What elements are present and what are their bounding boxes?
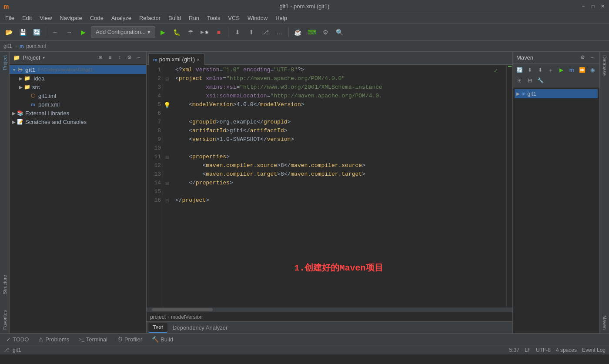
tree-git1-iml[interactable]: ▶ ⬡ git1.iml: [10, 91, 146, 100]
maven-download-sources-button[interactable]: ⬇: [535, 65, 545, 75]
locate-file-button[interactable]: ⊕: [97, 53, 104, 61]
git-update-button[interactable]: ⬇: [231, 26, 244, 38]
maven-vert-tab[interactable]: Maven: [601, 312, 608, 333]
save-button[interactable]: 💾: [17, 26, 29, 38]
pom-xml-breadcrumb[interactable]: m pom.xml: [20, 43, 46, 49]
h-scroll-thumb[interactable]: [152, 308, 213, 311]
status-right: 5:37 LF UTF-8 4 spaces Event Log: [509, 347, 606, 353]
maven-refresh-button[interactable]: 🔄: [515, 65, 524, 75]
menu-vcs[interactable]: VCS: [224, 14, 243, 22]
menu-refactor[interactable]: Refactor: [136, 14, 164, 22]
tree-idea-folder[interactable]: ▶ 📁 .idea: [10, 74, 146, 83]
terminal-icon: >_: [79, 337, 84, 342]
coverage-button[interactable]: ☂: [185, 26, 197, 38]
tab-dependency-analyzer[interactable]: Dependency Analyzer: [168, 323, 232, 332]
cursor-position[interactable]: 5:37: [509, 347, 519, 353]
maven-download-button[interactable]: ⬇: [525, 65, 535, 75]
git-indicator[interactable]: git1: [13, 347, 21, 353]
back-button[interactable]: ←: [49, 26, 61, 38]
menu-build[interactable]: Build: [165, 14, 184, 22]
menu-analyze[interactable]: Analyze: [108, 14, 135, 22]
git-more-button[interactable]: …: [273, 26, 285, 38]
close-panel-button[interactable]: −: [135, 53, 143, 61]
pom-xml-tab[interactable]: m pom.xml (git1) ×: [148, 53, 204, 65]
code-content[interactable]: <?xml version="1.0" encoding="UTF-8"?> ✓…: [171, 65, 506, 307]
maven-lifecycle-button[interactable]: ◉: [588, 65, 597, 75]
event-log[interactable]: Event Log: [582, 347, 606, 353]
add-configuration-button[interactable]: Add Configuration... ▾: [91, 26, 155, 38]
tab-close-button[interactable]: ×: [197, 57, 199, 62]
fold-properties-icon[interactable]: ⊟: [165, 155, 169, 160]
git-button[interactable]: ⎇: [259, 26, 271, 38]
run-button[interactable]: ▶: [157, 26, 169, 38]
maven-skip-button[interactable]: ⏩: [577, 65, 587, 75]
menu-tools[interactable]: Tools: [204, 14, 224, 22]
run-config-button[interactable]: ▶: [77, 26, 89, 38]
breadcrumb-project[interactable]: project: [150, 314, 166, 320]
maven-m-button[interactable]: m: [567, 65, 576, 75]
horizontal-scrollbar[interactable]: [147, 307, 512, 312]
menu-navigate[interactable]: Navigate: [56, 14, 85, 22]
menu-file[interactable]: File: [2, 14, 18, 22]
profiler-tab[interactable]: ⏱ Profiler: [113, 335, 147, 344]
menu-window[interactable]: Window: [244, 14, 271, 22]
favorites-sidebar-tab[interactable]: Favorites: [1, 307, 8, 333]
indent-size[interactable]: 4 spaces: [556, 347, 577, 353]
profile-button[interactable]: ▶◉: [199, 26, 211, 38]
menu-run[interactable]: Run: [185, 14, 203, 22]
pom-xml-file-icon: m: [30, 101, 37, 108]
code-editor[interactable]: 1 2 3 4 5 6 7 8 9 10 11 12 13 14 15 16: [147, 65, 512, 307]
line-separator[interactable]: LF: [525, 347, 531, 353]
menu-help[interactable]: Help: [272, 14, 291, 22]
stop-button[interactable]: ■: [213, 26, 225, 38]
todo-tab[interactable]: ✓ TODO: [2, 335, 33, 344]
sync-button[interactable]: 🔄: [30, 26, 43, 38]
menu-edit[interactable]: Edit: [19, 14, 35, 22]
collapse-all-button[interactable]: ≡: [106, 53, 114, 61]
minimize-button[interactable]: −: [580, 3, 586, 10]
maven-git1-item[interactable]: ▶ m git1: [515, 89, 598, 98]
lightbulb-icon[interactable]: 💡: [164, 102, 171, 108]
maven-run-button[interactable]: ▶: [556, 65, 566, 75]
panel-settings-button[interactable]: ⚙: [125, 53, 133, 61]
tree-scratches[interactable]: ▶ 📝 Scratches and Consoles: [10, 117, 146, 126]
tree-root-git1[interactable]: ▾ 🗁 git1 F:\Codes\vacation\Git\git1: [10, 65, 146, 74]
tree-pom-xml[interactable]: ▶ m pom.xml: [10, 100, 146, 109]
fold-project-icon[interactable]: ⊟: [165, 77, 169, 81]
menu-view[interactable]: View: [36, 14, 55, 22]
settings-button[interactable]: ⚙: [320, 26, 332, 38]
structure-sidebar-tab[interactable]: Structure: [1, 271, 8, 298]
maven-settings-button[interactable]: ⚙: [579, 53, 586, 61]
git-push-button[interactable]: ⬆: [245, 26, 258, 38]
maven-expand-button[interactable]: ⊟: [525, 76, 535, 85]
breadcrumb-model-version[interactable]: modelVersion: [171, 314, 203, 320]
maven-add-button[interactable]: ＋: [546, 65, 555, 75]
project-dropdown-icon[interactable]: ▾: [43, 55, 45, 60]
sort-button[interactable]: ↕: [116, 53, 124, 61]
build-tab[interactable]: 🔨 Build: [147, 335, 177, 344]
fold-properties-close-icon[interactable]: ⊟: [165, 181, 169, 186]
terminal-tab[interactable]: >_ Terminal: [74, 335, 112, 344]
fold-project-close-icon[interactable]: ⊟: [165, 198, 169, 203]
menu-code[interactable]: Code: [87, 14, 107, 22]
debug-button[interactable]: 🐛: [171, 26, 183, 38]
maximize-button[interactable]: □: [590, 3, 596, 10]
maven-wrench-button[interactable]: 🔧: [535, 76, 545, 85]
encoding[interactable]: UTF-8: [536, 347, 551, 353]
sdk-button[interactable]: ☕: [292, 26, 304, 38]
tab-text[interactable]: Text: [148, 323, 167, 333]
close-button[interactable]: ✕: [599, 3, 606, 10]
tree-src-folder[interactable]: ▶ 📁 src: [10, 83, 146, 91]
maven-minimize-button[interactable]: −: [588, 53, 596, 61]
terminal-button[interactable]: ⌨: [306, 26, 318, 38]
problems-tab[interactable]: ⚠ Problems: [34, 335, 74, 344]
project-sidebar-tab[interactable]: Project: [1, 52, 8, 73]
maven-col-button[interactable]: ⊞: [515, 76, 524, 85]
search-everywhere-button[interactable]: 🔍: [334, 26, 346, 38]
tree-external-libraries[interactable]: ▶ 📚 External Libraries: [10, 109, 146, 117]
status-vcs-icon: ⎇: [3, 347, 9, 353]
git1-tab[interactable]: git1: [3, 43, 12, 49]
open-file-button[interactable]: 📂: [3, 26, 15, 38]
forward-button[interactable]: →: [63, 26, 75, 38]
database-tab[interactable]: Database: [601, 52, 608, 79]
